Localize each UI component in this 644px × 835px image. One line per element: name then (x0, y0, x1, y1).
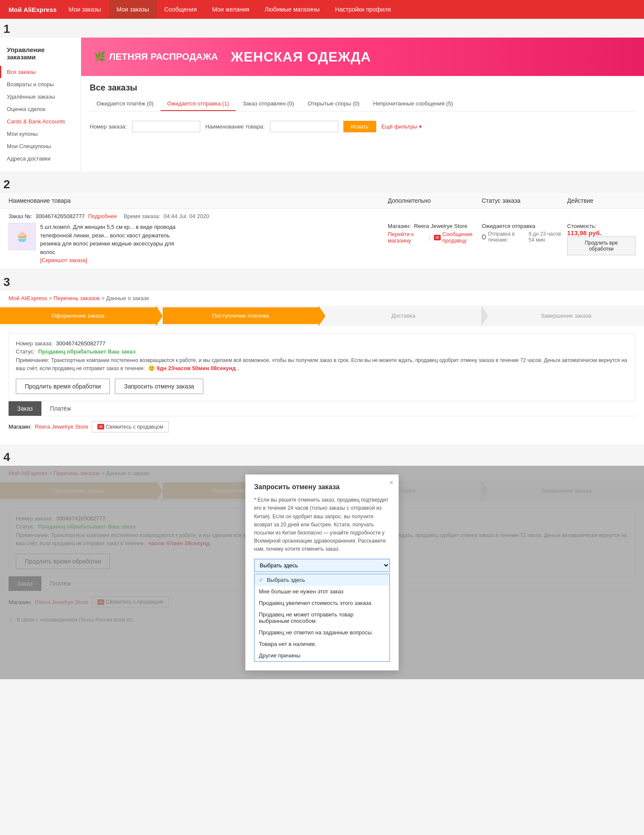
section-number-1: 1 (0, 20, 644, 37)
store-info: Магазин: Reera Jewelrye Store (388, 223, 482, 229)
order-block: Заказ №: 3004674265082777 Подробнее Врем… (0, 209, 644, 269)
tab-disputes[interactable]: Открытые споры (0) (301, 97, 366, 111)
breadcrumb-sep2: > (101, 295, 106, 301)
sidebar-item-returns[interactable]: Возвраты и споры (0, 78, 81, 91)
dialog-close-button[interactable]: × (389, 479, 393, 487)
clock-icon (482, 234, 486, 239)
cancel-order-button[interactable]: Запросить отмену заказа (115, 379, 203, 394)
progress-arrow-3 (481, 306, 488, 326)
order-detail-link[interactable]: Подробнее (88, 213, 117, 219)
contact-email-icon: ✉ (97, 424, 104, 429)
store-label-s3: Магазин: (9, 423, 32, 430)
tab-awaiting-shipment[interactable]: Ожидается отправка (1) (161, 97, 236, 111)
store-name-s3[interactable]: Reera Jewelrye Store (35, 423, 88, 430)
message-seller-link[interactable]: ✉ Сообщение продавцу (434, 231, 482, 244)
dialog-title: Запросить отмену заказа (254, 483, 390, 491)
cancel-reason-options: ✓ Выбрать здесь Мне больше не нужен этот… (254, 574, 390, 662)
extend-processing-button[interactable]: Продлить вре обработки (567, 236, 635, 255)
option-label-0: Выбрать здесь (267, 577, 305, 583)
go-to-store-link[interactable]: Перейти к магазину (388, 231, 425, 244)
sidebar-item-addresses[interactable]: Адреса доставки (0, 152, 81, 165)
nav-wishlist[interactable]: Мои желания (205, 0, 257, 19)
option-item-out-of-stock[interactable]: Товара нет в наличии. (255, 638, 389, 650)
order-num-label: Номер заказа: (90, 123, 127, 130)
option-item-price[interactable]: Продавец увеличил стоимость этого заказа (255, 597, 389, 609)
sidebar-item-coupons[interactable]: Мои купоны (0, 128, 81, 140)
search-button[interactable]: Искать (343, 121, 377, 132)
option-item-shipping[interactable]: Продавец не может отправить товар выбран… (255, 609, 389, 627)
screenshot-link[interactable]: [Скриншот заказа] (40, 257, 87, 263)
option-item-other[interactable]: Другие причины (255, 650, 389, 661)
nav-orders[interactable]: Мои заказы (109, 0, 157, 19)
option-item-select-here[interactable]: ✓ Выбрать здесь (255, 574, 389, 586)
progress-bar: Оформление заказа Поступление платежа До… (0, 306, 644, 326)
order-detail-box: Номер заказа: 3004674265082777 Статус: П… (9, 333, 635, 401)
nav-messages[interactable]: Сообщения (157, 0, 205, 19)
table-header: Наименование товара Дополнительно Статус… (0, 193, 644, 209)
note-row: Примечание: Транспортные компании постеп… (16, 356, 628, 373)
tab-payment[interactable]: Платёж (41, 401, 79, 416)
order-time-val: 04:44 Jul. 04 2020 (164, 213, 209, 219)
th-product: Наименование товара (9, 197, 388, 204)
extend-time-button[interactable]: Продлить время обработки (16, 379, 110, 394)
status-timer: Отправка в течение: 9 дн 23 часов 54 мин (482, 231, 567, 243)
top-navigation: Мой AliExpress Мои заказы Мои заказы Соо… (0, 0, 644, 19)
more-filters-button[interactable]: Ещё фильтры ▾ (381, 123, 422, 130)
progress-arrow-2 (319, 306, 325, 326)
section-number-3: 3 (0, 273, 644, 290)
sidebar-item-cards[interactable]: Cards & Bank Accounts (0, 115, 81, 128)
tab-unread-messages[interactable]: Непрочитанные сообщения (5) (366, 97, 460, 111)
store-label: Магазин: (388, 223, 411, 229)
nav-myorders[interactable]: Мои заказы (61, 0, 109, 19)
msg-seller-text: Сообщение продавцу (442, 231, 482, 244)
order-action: Стоимость: 113,98 руб. Продлить вре обра… (567, 223, 635, 255)
option-item-no-answer[interactable]: Продавец не ответил на заданные вопросы. (255, 627, 389, 638)
order-info-row: Заказ №: 3004674265082777 Подробнее Врем… (9, 213, 635, 219)
order-product: 🧁 5 шт./компл. Для женщин 5,5 см кр... в… (9, 223, 388, 265)
sidebar: Управление заказами Все заказы Возвраты … (0, 38, 81, 172)
product-desc-text: 5 шт./компл. Для женщин 5,5 см кр... в в… (40, 224, 176, 255)
order-num-text: Заказ №: 3004674265082777 Подробнее (9, 213, 117, 219)
option-item-no-need[interactable]: Мне больше не нужен этот заказ (255, 586, 389, 597)
shipping-label: Отправка в течение: (488, 231, 525, 243)
breadcrumb-orders[interactable]: Перечень заказов (53, 295, 100, 301)
order-status: Ожидается отправка Отправка в течение: 9… (482, 223, 567, 243)
btn-row: Продлить время обработки Запросить отмен… (16, 379, 628, 394)
order-num-input[interactable] (132, 121, 200, 132)
contact-seller-button[interactable]: ✉ Свяжитесь с продавцом (92, 421, 169, 432)
section-number-2: 2 (0, 175, 644, 192)
order-time-label: Время заказа: (124, 213, 161, 219)
sidebar-item-special-coupons[interactable]: Мои Спецкупоны (0, 140, 81, 152)
nav-settings[interactable]: Настройки профиля (328, 0, 399, 19)
sidebar-item-deals[interactable]: Оценка сделок (0, 103, 81, 115)
tab-payment-pending[interactable]: Ожидается платёж (0) (90, 97, 161, 111)
th-action: Действие (567, 197, 635, 204)
tabs-row: Ожидается платёж (0) Ожидается отправка … (90, 97, 635, 111)
orders-title: Все заказы (90, 83, 635, 93)
order-num-val: 3004674265082777 (35, 213, 85, 219)
cancel-reason-select[interactable]: Выбрать здесь Мне больше не нужен этот з… (254, 559, 390, 572)
tab-shipped[interactable]: Заказ отправлен (0) (236, 97, 301, 111)
breadcrumb-home[interactable]: Мой AliExpress (9, 295, 47, 301)
filter-row: Номер заказа: Наименование товара: Искат… (81, 115, 644, 138)
status-row: Статус: Продавец обрабатывает Ваш заказ (16, 348, 628, 355)
progress-step-1: Оформление заказа (0, 307, 156, 324)
section-number-4: 4 (0, 448, 644, 465)
dialog-note: * Если вы решите отменить заказ, продаве… (254, 496, 390, 553)
tab-order[interactable]: Заказ (9, 401, 41, 416)
progress-step-3: Доставка (325, 307, 481, 324)
email-icon: ✉ (434, 235, 441, 240)
breadcrumb: Мой AliExpress > Перечень заказов > Данн… (0, 291, 644, 306)
banner-icon: 🌿 (94, 51, 105, 62)
section-1: Управление заказами Все заказы Возвраты … (0, 38, 644, 172)
more-filters-label: Ещё фильтры (381, 123, 417, 130)
order-extra: Магазин: Reera Jewelrye Store Перейти к … (388, 223, 482, 244)
contact-btn-label: Свяжитесь с продавцом (106, 424, 163, 430)
status-detail-label: Статус: (16, 348, 35, 355)
sidebar-item-deleted[interactable]: Удалённые заказы (0, 91, 81, 103)
nav-stores[interactable]: Любимые магазины (257, 0, 328, 19)
breadcrumb-sep1: > (49, 295, 53, 301)
banner-title: ЛЕТНЯЯ РАСПРОДАЖА (109, 51, 218, 62)
product-name-input[interactable] (270, 121, 338, 132)
sidebar-item-all-orders[interactable]: Все заказы (0, 66, 81, 78)
